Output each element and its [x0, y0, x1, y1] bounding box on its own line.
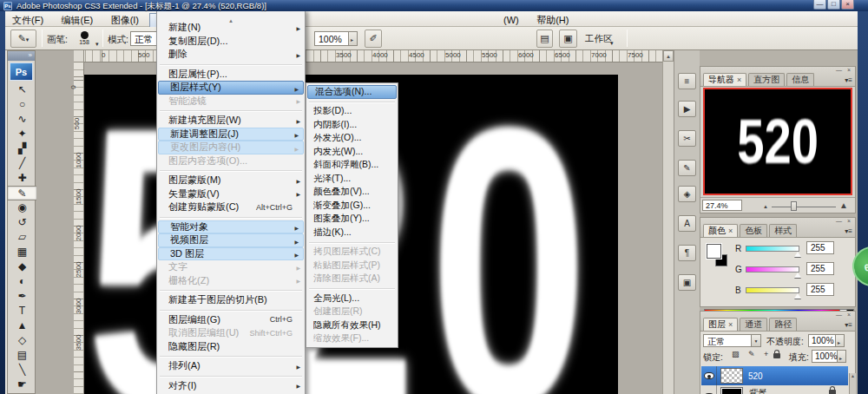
lasso-tool[interactable]: ∿ [8, 112, 36, 127]
panel-menu-icon[interactable] [845, 227, 852, 235]
palette-well-button[interactable]: ▤ [536, 30, 553, 48]
tab-histogram[interactable]: 直方图 [748, 73, 785, 86]
flow-input[interactable]: 100% [314, 31, 349, 46]
menu-edit[interactable]: 编辑(E) [55, 13, 101, 28]
blue-slider[interactable] [746, 287, 799, 293]
eraser-tool[interactable]: ▱ [8, 230, 36, 245]
close-button[interactable]: × [841, 0, 854, 10]
red-value-input[interactable]: 255 [806, 241, 834, 254]
menu-item-layer-properties[interactable]: 图层属性(P)... [157, 68, 305, 82]
zoom-in-icon[interactable]: ▲ [839, 200, 848, 210]
tab-close-icon[interactable] [734, 75, 741, 84]
brushes-panel-icon[interactable]: ≡ [678, 73, 696, 89]
submenu-item-bevel-emboss[interactable]: 斜面和浮雕(B)... [306, 159, 398, 173]
green-slider-handle[interactable] [794, 273, 801, 278]
menu-item-vector-mask[interactable]: 矢量蒙版(V) [157, 187, 305, 201]
character-panel-icon[interactable]: A [678, 215, 696, 232]
menu-item-3d-layers[interactable]: 3D 图层 [158, 247, 304, 261]
scroll-up-arrow-icon[interactable]: ▲ [663, 50, 674, 62]
tool-preset-picker[interactable]: ✎ [10, 30, 36, 48]
tab-paths[interactable]: 路径 [769, 318, 797, 331]
layer-row-520[interactable]: 520 [701, 366, 848, 385]
menu-window[interactable]: (W) [496, 13, 526, 28]
menu-item-align[interactable]: 对齐(I) [157, 379, 305, 393]
layer-name[interactable]: 520 [748, 371, 848, 381]
submenu-item-blending-options[interactable]: 混合选项(N)... [307, 85, 397, 99]
menu-item-new-fill-layer[interactable]: 新建填充图层(W) [157, 114, 305, 128]
opacity-input[interactable]: 100% [808, 334, 836, 347]
tab-close-icon[interactable] [726, 319, 733, 329]
opacity-spinner[interactable] [836, 334, 845, 347]
layer-blend-mode-select[interactable]: 正常 [703, 334, 752, 347]
panel-window-controls-icon[interactable] [836, 312, 852, 318]
tab-layers[interactable]: 图层 [703, 318, 738, 331]
layer-thumbnail[interactable] [720, 387, 743, 394]
brush-tool[interactable]: ✎ [8, 186, 36, 200]
styles-panel-icon[interactable]: ◈ [678, 186, 696, 202]
brush-picker-arrow-icon[interactable] [95, 34, 99, 49]
menu-item-hide-layers[interactable]: 隐藏图层(R) [157, 340, 305, 354]
menu-item-arrange[interactable]: 排列(A) [157, 359, 305, 373]
menu-item-delete[interactable]: 删除 [157, 48, 305, 62]
blue-value-input[interactable]: 255 [806, 283, 834, 296]
menu-item-duplicate-layer[interactable]: 复制图层(D)... [157, 35, 305, 49]
workspace-button[interactable]: 工作区 [585, 33, 613, 45]
paragraph-panel-icon[interactable]: ¶ [678, 245, 696, 261]
pen-tool[interactable]: ✒ [8, 289, 36, 304]
menu-item-video-layers[interactable]: 视频图层 [158, 233, 304, 247]
hand-tool[interactable]: ☛ [8, 378, 36, 392]
flow-spinner[interactable] [349, 31, 358, 46]
panel-window-controls-icon[interactable] [836, 218, 852, 224]
menu-file[interactable]: 文件(F) [5, 13, 50, 28]
gradient-tool[interactable]: ▦ [8, 245, 36, 259]
submenu-item-pattern-overlay[interactable]: 图案叠加(Y)... [306, 213, 398, 227]
tab-swatches[interactable]: 色板 [740, 224, 767, 237]
layer-name[interactable]: 背景 [748, 387, 829, 394]
shape-tool[interactable]: ◇ [8, 333, 36, 348]
dodge-tool[interactable]: ◐ [8, 274, 36, 289]
quick-selection-tool[interactable]: ✦ [8, 127, 36, 141]
path-selection-tool[interactable]: ▲ [8, 318, 36, 333]
navigator-zoom-input[interactable]: 27.4% [702, 200, 742, 211]
lock-all-icon[interactable] [773, 353, 780, 358]
notes-tool[interactable]: ▤ [8, 348, 36, 363]
submenu-item-global-light[interactable]: 全局光(L)... [306, 292, 398, 305]
elliptical-marquee-tool[interactable]: ○ [8, 97, 36, 112]
visibility-cell[interactable] [701, 385, 717, 394]
menu-item-create-clipping-mask[interactable]: 创建剪贴蒙版(C)Alt+Ctrl+G [157, 200, 305, 214]
clone-source-panel-icon[interactable]: ✂ [678, 130, 696, 147]
toolbox-collapse-icon[interactable]: » [8, 51, 35, 61]
blur-tool[interactable]: ◆ [8, 259, 36, 274]
bridge-button[interactable]: ▣ [559, 30, 577, 48]
brush-preset-preview[interactable]: 158 [75, 30, 94, 45]
submenu-item-inner-shadow[interactable]: 内阴影(I)... [306, 118, 398, 132]
foreground-color-swatch[interactable] [707, 244, 721, 259]
menu-item-new-adjustment-layer[interactable]: 新建调整图层(J) [158, 128, 304, 141]
tab-channels[interactable]: 通道 [740, 318, 767, 331]
eyedropper-tool[interactable]: ╲ [8, 363, 36, 378]
menu-item-layer-mask[interactable]: 图层蒙版(M) [157, 174, 305, 187]
title-bar[interactable]: Ps Adobe Photoshop CS3 Extended - [未标题-1… [0, 0, 868, 11]
submenu-item-satin[interactable]: 光泽(T)... [306, 172, 398, 186]
move-tool[interactable]: ↖ [8, 82, 36, 97]
navigator-proxy-view[interactable]: 520 [703, 88, 852, 195]
tool-presets-panel-icon[interactable]: ✎ [678, 160, 696, 176]
menu-item-new-layer-based-slice[interactable]: 新建基于图层的切片(B) [157, 293, 305, 307]
type-tool[interactable]: T [8, 304, 36, 318]
blue-slider-handle[interactable] [794, 293, 801, 299]
submenu-item-stroke[interactable]: 描边(K)... [306, 226, 398, 240]
menu-item-new[interactable]: 新建(N) [157, 21, 305, 35]
minimize-button[interactable]: — [813, 0, 826, 10]
tab-info[interactable]: 信息 [786, 73, 814, 86]
clone-stamp-tool[interactable]: ◉ [8, 200, 36, 215]
menu-item-group-layers[interactable]: 图层编组(G)Ctrl+G [157, 313, 305, 327]
panel-window-controls-icon[interactable] [836, 67, 852, 73]
zoom-out-icon[interactable]: ▲ [763, 204, 768, 209]
canvas-vertical-scrollbar[interactable]: ▲ [662, 50, 674, 394]
red-slider[interactable] [746, 246, 799, 252]
maximize-button[interactable]: □ [827, 0, 840, 10]
zoom-slider-handle[interactable] [791, 201, 797, 211]
panel-menu-icon[interactable] [845, 76, 852, 84]
animation-panel-icon[interactable]: ▶ [678, 101, 696, 117]
histogram-panel-icon[interactable]: ▣ [678, 274, 696, 291]
